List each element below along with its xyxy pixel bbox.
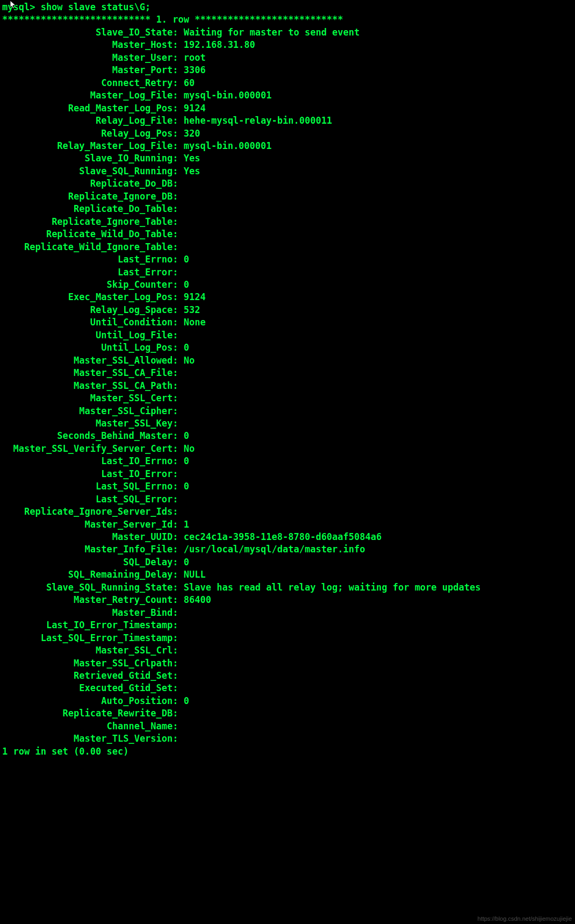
mouse-cursor-icon [10,0,17,10]
terminal-output[interactable]: mysql> show slave status\G; ************… [2,1,573,758]
